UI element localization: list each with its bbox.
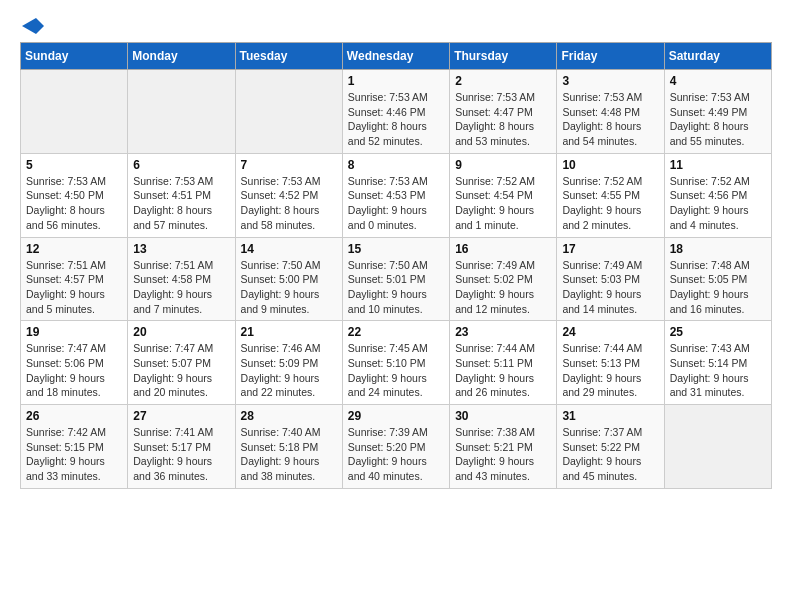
calendar-week-row: 5Sunrise: 7:53 AM Sunset: 4:50 PM Daylig… xyxy=(21,153,772,237)
cell-day-info: Sunrise: 7:53 AM Sunset: 4:51 PM Dayligh… xyxy=(133,174,229,233)
calendar-cell: 16Sunrise: 7:49 AM Sunset: 5:02 PM Dayli… xyxy=(450,237,557,321)
cell-day-number: 15 xyxy=(348,242,444,256)
cell-day-info: Sunrise: 7:53 AM Sunset: 4:46 PM Dayligh… xyxy=(348,90,444,149)
calendar-cell: 24Sunrise: 7:44 AM Sunset: 5:13 PM Dayli… xyxy=(557,321,664,405)
calendar-cell: 29Sunrise: 7:39 AM Sunset: 5:20 PM Dayli… xyxy=(342,405,449,489)
day-of-week-header: Monday xyxy=(128,43,235,70)
cell-day-number: 24 xyxy=(562,325,658,339)
day-of-week-header: Sunday xyxy=(21,43,128,70)
cell-day-number: 22 xyxy=(348,325,444,339)
cell-day-info: Sunrise: 7:45 AM Sunset: 5:10 PM Dayligh… xyxy=(348,341,444,400)
day-of-week-header: Tuesday xyxy=(235,43,342,70)
calendar-cell: 4Sunrise: 7:53 AM Sunset: 4:49 PM Daylig… xyxy=(664,70,771,154)
cell-day-info: Sunrise: 7:53 AM Sunset: 4:50 PM Dayligh… xyxy=(26,174,122,233)
calendar-week-row: 26Sunrise: 7:42 AM Sunset: 5:15 PM Dayli… xyxy=(21,405,772,489)
cell-day-info: Sunrise: 7:39 AM Sunset: 5:20 PM Dayligh… xyxy=(348,425,444,484)
calendar-cell: 18Sunrise: 7:48 AM Sunset: 5:05 PM Dayli… xyxy=(664,237,771,321)
cell-day-info: Sunrise: 7:49 AM Sunset: 5:02 PM Dayligh… xyxy=(455,258,551,317)
calendar-week-row: 1Sunrise: 7:53 AM Sunset: 4:46 PM Daylig… xyxy=(21,70,772,154)
calendar-cell: 30Sunrise: 7:38 AM Sunset: 5:21 PM Dayli… xyxy=(450,405,557,489)
calendar-table: SundayMondayTuesdayWednesdayThursdayFrid… xyxy=(20,42,772,489)
calendar-cell: 19Sunrise: 7:47 AM Sunset: 5:06 PM Dayli… xyxy=(21,321,128,405)
cell-day-number: 29 xyxy=(348,409,444,423)
cell-day-number: 6 xyxy=(133,158,229,172)
cell-day-number: 11 xyxy=(670,158,766,172)
calendar-week-row: 19Sunrise: 7:47 AM Sunset: 5:06 PM Dayli… xyxy=(21,321,772,405)
cell-day-info: Sunrise: 7:46 AM Sunset: 5:09 PM Dayligh… xyxy=(241,341,337,400)
page-header xyxy=(20,16,772,30)
calendar-cell: 22Sunrise: 7:45 AM Sunset: 5:10 PM Dayli… xyxy=(342,321,449,405)
cell-day-number: 3 xyxy=(562,74,658,88)
cell-day-number: 9 xyxy=(455,158,551,172)
calendar-cell xyxy=(664,405,771,489)
cell-day-info: Sunrise: 7:41 AM Sunset: 5:17 PM Dayligh… xyxy=(133,425,229,484)
calendar-cell: 20Sunrise: 7:47 AM Sunset: 5:07 PM Dayli… xyxy=(128,321,235,405)
cell-day-number: 7 xyxy=(241,158,337,172)
cell-day-info: Sunrise: 7:53 AM Sunset: 4:53 PM Dayligh… xyxy=(348,174,444,233)
cell-day-info: Sunrise: 7:47 AM Sunset: 5:07 PM Dayligh… xyxy=(133,341,229,400)
cell-day-number: 4 xyxy=(670,74,766,88)
calendar-week-row: 12Sunrise: 7:51 AM Sunset: 4:57 PM Dayli… xyxy=(21,237,772,321)
calendar-cell: 27Sunrise: 7:41 AM Sunset: 5:17 PM Dayli… xyxy=(128,405,235,489)
cell-day-number: 23 xyxy=(455,325,551,339)
cell-day-number: 12 xyxy=(26,242,122,256)
day-of-week-header: Wednesday xyxy=(342,43,449,70)
cell-day-info: Sunrise: 7:52 AM Sunset: 4:55 PM Dayligh… xyxy=(562,174,658,233)
cell-day-info: Sunrise: 7:43 AM Sunset: 5:14 PM Dayligh… xyxy=(670,341,766,400)
calendar-cell: 31Sunrise: 7:37 AM Sunset: 5:22 PM Dayli… xyxy=(557,405,664,489)
cell-day-number: 25 xyxy=(670,325,766,339)
cell-day-info: Sunrise: 7:52 AM Sunset: 4:54 PM Dayligh… xyxy=(455,174,551,233)
cell-day-number: 5 xyxy=(26,158,122,172)
cell-day-number: 26 xyxy=(26,409,122,423)
cell-day-number: 20 xyxy=(133,325,229,339)
calendar-cell: 14Sunrise: 7:50 AM Sunset: 5:00 PM Dayli… xyxy=(235,237,342,321)
calendar-cell: 11Sunrise: 7:52 AM Sunset: 4:56 PM Dayli… xyxy=(664,153,771,237)
cell-day-number: 8 xyxy=(348,158,444,172)
cell-day-number: 2 xyxy=(455,74,551,88)
cell-day-number: 10 xyxy=(562,158,658,172)
calendar-cell: 21Sunrise: 7:46 AM Sunset: 5:09 PM Dayli… xyxy=(235,321,342,405)
cell-day-info: Sunrise: 7:53 AM Sunset: 4:48 PM Dayligh… xyxy=(562,90,658,149)
cell-day-info: Sunrise: 7:49 AM Sunset: 5:03 PM Dayligh… xyxy=(562,258,658,317)
cell-day-info: Sunrise: 7:44 AM Sunset: 5:13 PM Dayligh… xyxy=(562,341,658,400)
calendar-cell: 8Sunrise: 7:53 AM Sunset: 4:53 PM Daylig… xyxy=(342,153,449,237)
cell-day-number: 28 xyxy=(241,409,337,423)
cell-day-info: Sunrise: 7:53 AM Sunset: 4:49 PM Dayligh… xyxy=(670,90,766,149)
calendar-cell: 3Sunrise: 7:53 AM Sunset: 4:48 PM Daylig… xyxy=(557,70,664,154)
cell-day-info: Sunrise: 7:50 AM Sunset: 5:01 PM Dayligh… xyxy=(348,258,444,317)
calendar-cell: 25Sunrise: 7:43 AM Sunset: 5:14 PM Dayli… xyxy=(664,321,771,405)
svg-marker-0 xyxy=(22,18,44,34)
calendar-cell: 17Sunrise: 7:49 AM Sunset: 5:03 PM Dayli… xyxy=(557,237,664,321)
calendar-cell: 6Sunrise: 7:53 AM Sunset: 4:51 PM Daylig… xyxy=(128,153,235,237)
logo xyxy=(20,16,44,30)
cell-day-number: 27 xyxy=(133,409,229,423)
cell-day-info: Sunrise: 7:52 AM Sunset: 4:56 PM Dayligh… xyxy=(670,174,766,233)
cell-day-number: 14 xyxy=(241,242,337,256)
calendar-cell xyxy=(21,70,128,154)
cell-day-info: Sunrise: 7:38 AM Sunset: 5:21 PM Dayligh… xyxy=(455,425,551,484)
cell-day-number: 31 xyxy=(562,409,658,423)
calendar-header-row: SundayMondayTuesdayWednesdayThursdayFrid… xyxy=(21,43,772,70)
cell-day-number: 19 xyxy=(26,325,122,339)
calendar-cell: 1Sunrise: 7:53 AM Sunset: 4:46 PM Daylig… xyxy=(342,70,449,154)
cell-day-info: Sunrise: 7:51 AM Sunset: 4:58 PM Dayligh… xyxy=(133,258,229,317)
calendar-cell: 28Sunrise: 7:40 AM Sunset: 5:18 PM Dayli… xyxy=(235,405,342,489)
calendar-cell: 12Sunrise: 7:51 AM Sunset: 4:57 PM Dayli… xyxy=(21,237,128,321)
calendar-cell: 5Sunrise: 7:53 AM Sunset: 4:50 PM Daylig… xyxy=(21,153,128,237)
calendar-cell: 9Sunrise: 7:52 AM Sunset: 4:54 PM Daylig… xyxy=(450,153,557,237)
cell-day-info: Sunrise: 7:48 AM Sunset: 5:05 PM Dayligh… xyxy=(670,258,766,317)
cell-day-info: Sunrise: 7:42 AM Sunset: 5:15 PM Dayligh… xyxy=(26,425,122,484)
day-of-week-header: Thursday xyxy=(450,43,557,70)
calendar-cell xyxy=(128,70,235,154)
day-of-week-header: Friday xyxy=(557,43,664,70)
cell-day-info: Sunrise: 7:51 AM Sunset: 4:57 PM Dayligh… xyxy=(26,258,122,317)
cell-day-info: Sunrise: 7:47 AM Sunset: 5:06 PM Dayligh… xyxy=(26,341,122,400)
cell-day-number: 17 xyxy=(562,242,658,256)
calendar-cell: 2Sunrise: 7:53 AM Sunset: 4:47 PM Daylig… xyxy=(450,70,557,154)
cell-day-info: Sunrise: 7:40 AM Sunset: 5:18 PM Dayligh… xyxy=(241,425,337,484)
calendar-cell: 7Sunrise: 7:53 AM Sunset: 4:52 PM Daylig… xyxy=(235,153,342,237)
cell-day-number: 16 xyxy=(455,242,551,256)
calendar-cell: 15Sunrise: 7:50 AM Sunset: 5:01 PM Dayli… xyxy=(342,237,449,321)
calendar-cell: 26Sunrise: 7:42 AM Sunset: 5:15 PM Dayli… xyxy=(21,405,128,489)
calendar-cell: 10Sunrise: 7:52 AM Sunset: 4:55 PM Dayli… xyxy=(557,153,664,237)
